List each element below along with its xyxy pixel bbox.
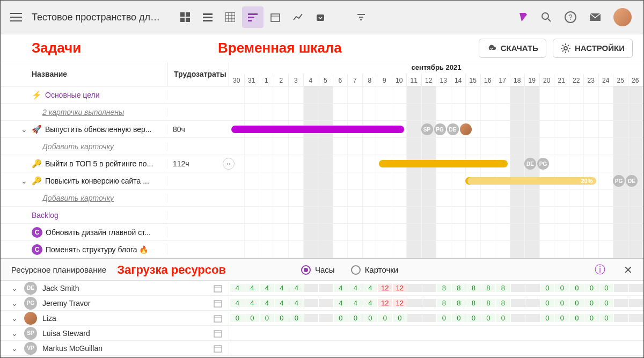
resource-cell[interactable] (318, 314, 333, 322)
resource-cell[interactable]: 0 (554, 284, 569, 292)
task-row[interactable]: Backlog (1, 207, 643, 224)
resource-cell[interactable]: 12 (377, 284, 392, 292)
download-button[interactable]: СКАЧАТЬ (479, 39, 546, 58)
task-row[interactable]: Добавить карточку (1, 138, 643, 155)
task-timeline[interactable] (229, 138, 643, 155)
task-timeline[interactable]: SPPGDE (229, 121, 643, 137)
view-gantt-icon[interactable] (242, 6, 264, 28)
user-avatar[interactable] (613, 8, 632, 26)
help-icon[interactable]: ? (564, 11, 577, 24)
resources-close-icon[interactable]: ✕ (624, 264, 633, 276)
view-grid-icon[interactable] (219, 6, 241, 28)
resource-cell[interactable] (318, 299, 333, 307)
day-header[interactable]: 10 (392, 74, 407, 86)
resource-cell[interactable]: 8 (495, 284, 510, 292)
resource-left[interactable]: ⌄VPMarkus McGuillan (1, 342, 229, 355)
task-row[interactable]: ⚡Основные цели (1, 86, 643, 104)
resource-cell[interactable] (628, 299, 643, 307)
assignee-avatar[interactable] (460, 123, 472, 135)
day-header[interactable]: 31 (244, 74, 259, 86)
resource-cell[interactable]: 4 (289, 299, 304, 307)
day-header[interactable]: 15 (465, 74, 480, 86)
day-header[interactable]: 21 (554, 74, 569, 86)
resource-cell[interactable] (613, 314, 628, 322)
resource-cell[interactable]: 0 (245, 314, 260, 322)
resource-left[interactable]: ⌄Liza (1, 312, 229, 325)
task-row[interactable]: 🔑Выйти в ТОП 5 в рейтинге по...112ч↔DEPG (1, 155, 643, 172)
resource-cell[interactable]: 4 (333, 299, 348, 307)
chevron-down-icon[interactable]: ⌄ (11, 344, 19, 353)
resource-cell[interactable]: 8 (495, 299, 510, 307)
resource-cell[interactable]: 0 (274, 314, 289, 322)
resource-cell[interactable]: 4 (363, 299, 378, 307)
resource-cell[interactable]: 0 (569, 284, 584, 292)
gantt-bar[interactable] (231, 126, 404, 133)
resource-cell[interactable] (628, 314, 643, 322)
day-header[interactable]: 25 (613, 74, 628, 86)
day-header[interactable]: 17 (495, 74, 510, 86)
day-header[interactable]: 11 (406, 74, 421, 86)
resource-cell[interactable]: 0 (495, 314, 510, 322)
resource-cell[interactable]: 0 (230, 314, 245, 322)
filter-icon[interactable] (350, 6, 372, 28)
resource-cell[interactable]: 12 (392, 299, 407, 307)
day-header[interactable]: 8 (362, 74, 377, 86)
resource-cell[interactable]: 0 (348, 314, 363, 322)
resource-cell[interactable]: 0 (481, 314, 496, 322)
resource-left[interactable]: ⌄DEJack Smith (1, 282, 229, 295)
task-row[interactable]: ⌄🔑Повысить конверсию сайта ...20%PGDE (1, 172, 643, 189)
assignee-avatar[interactable]: DE (524, 158, 536, 170)
drag-handle-icon[interactable]: ↔ (223, 158, 235, 170)
col-effort[interactable]: Трудозатраты (167, 62, 229, 86)
day-header[interactable]: 13 (436, 74, 451, 86)
resource-cell[interactable]: 0 (540, 299, 555, 307)
resource-cell[interactable]: 0 (569, 299, 584, 307)
view-archive-icon[interactable] (310, 6, 331, 28)
view-list-icon[interactable] (197, 6, 218, 28)
resource-cell[interactable]: 0 (599, 299, 614, 307)
resource-cell[interactable]: 0 (554, 314, 569, 322)
day-header[interactable]: 3 (288, 74, 303, 86)
resource-cell[interactable]: 4 (363, 284, 378, 292)
task-row[interactable]: CПоменять структуру блога 🔥 (1, 241, 643, 258)
menu-icon[interactable] (10, 13, 22, 21)
resource-cell[interactable]: 0 (540, 284, 555, 292)
assignee-avatar[interactable]: PG (434, 123, 446, 135)
resource-cell[interactable] (510, 284, 525, 292)
resource-cell[interactable] (422, 284, 437, 292)
search-icon[interactable] (540, 11, 552, 23)
task-row[interactable]: Добавить карточку (1, 189, 643, 207)
day-header[interactable]: 26 (628, 74, 643, 86)
radio-cards[interactable]: Карточки (351, 265, 399, 275)
resource-cell[interactable] (510, 299, 525, 307)
resource-cell[interactable]: 8 (466, 299, 481, 307)
task-timeline[interactable] (229, 224, 643, 240)
view-chart-icon[interactable] (287, 6, 309, 28)
day-header[interactable]: 20 (539, 74, 554, 86)
calendar-icon[interactable] (214, 314, 222, 323)
resource-cell[interactable] (613, 299, 628, 307)
task-timeline[interactable] (229, 86, 643, 103)
day-header[interactable]: 9 (377, 74, 392, 86)
resource-cell[interactable]: 0 (451, 314, 466, 322)
resource-cell[interactable]: 0 (259, 314, 274, 322)
calendar-icon[interactable] (214, 329, 222, 338)
resource-cell[interactable]: 8 (436, 299, 451, 307)
task-row[interactable]: 2 карточки выполнены (1, 104, 643, 121)
resource-cell[interactable]: 0 (540, 314, 555, 322)
resource-cell[interactable] (304, 299, 319, 307)
resource-cell[interactable]: 0 (466, 314, 481, 322)
view-board-icon[interactable] (174, 6, 196, 28)
assignee-avatar[interactable]: SP (421, 123, 433, 135)
view-calendar-icon[interactable] (265, 6, 286, 28)
resource-cell[interactable] (422, 299, 437, 307)
resource-cell[interactable] (407, 314, 422, 322)
calendar-icon[interactable] (214, 284, 222, 293)
chevron-down-icon[interactable]: ⌄ (11, 329, 19, 338)
assignee-avatar[interactable]: PG (537, 158, 549, 170)
resource-left[interactable]: ⌄PGJeremy Travor (1, 297, 229, 310)
resource-cell[interactable]: 4 (230, 299, 245, 307)
resource-cell[interactable]: 8 (466, 284, 481, 292)
task-effort[interactable]: 112ч↔ (167, 159, 229, 168)
resource-cell[interactable] (407, 299, 422, 307)
